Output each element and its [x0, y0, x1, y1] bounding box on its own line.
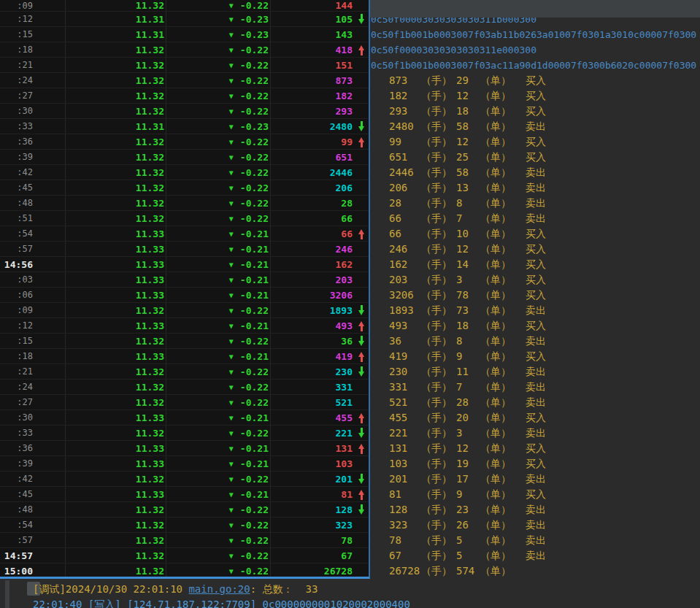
trade-side-label: 买入: [526, 456, 546, 472]
down-arrow-icon: [358, 504, 366, 515]
tape-price: 11.32: [66, 548, 166, 563]
trade-order-count: 28: [456, 395, 480, 410]
tape-row[interactable]: :2711.32▼-0.22182: [0, 88, 369, 104]
trade-order-count: 5: [456, 548, 480, 563]
tape-row[interactable]: :5411.33▼-0.2166: [0, 226, 369, 242]
tape-row[interactable]: :1811.33▼-0.21419: [0, 349, 369, 364]
tape-time: :12: [0, 12, 66, 26]
tape-row[interactable]: :5411.32▼-0.22323: [0, 517, 369, 533]
tape-volume: 1893: [271, 303, 356, 318]
tape-row[interactable]: :0911.32▼-0.221893: [0, 303, 369, 318]
tape-row[interactable]: :1511.31▼-0.23143: [0, 27, 369, 42]
tape-volume: 418: [271, 42, 356, 57]
tape-change-value: -0.22: [240, 198, 269, 209]
trade-volume: 206: [389, 180, 421, 196]
trade-order-count: 8: [456, 196, 480, 211]
tape-row[interactable]: :4511.32▼-0.22206: [0, 180, 369, 196]
unit-order-label: （单）: [480, 288, 526, 303]
trade-order-count: 9: [456, 349, 480, 364]
tape-volume: 323: [271, 517, 356, 532]
tape-change-value: -0.22: [240, 75, 269, 86]
tape-row[interactable]: :0311.33▼-0.21203: [0, 272, 369, 288]
tape-row[interactable]: :3311.32▼-0.22221: [0, 426, 369, 441]
tape-arrow-cell: [356, 211, 368, 226]
up-arrow-icon: [358, 443, 366, 454]
tape-time: :27: [0, 395, 66, 409]
tape-change-value: -0.21: [240, 320, 269, 331]
tape-row[interactable]: :5711.33▼-0.21246: [0, 242, 369, 257]
tape-row[interactable]: :1511.32▼-0.2236: [0, 334, 369, 349]
up-arrow-icon: [358, 45, 366, 55]
trade-side-label: 买入: [526, 441, 546, 456]
trade-order-count: 13: [456, 180, 480, 196]
trade-volume: 873: [389, 73, 421, 88]
trade-row: 66（手）7（单）卖出: [370, 211, 546, 226]
unit-hand-label: （手）: [421, 211, 456, 226]
tape-row[interactable]: :5711.32▼-0.2278: [0, 533, 369, 548]
tape-change-value: -0.22: [240, 91, 269, 101]
trade-side-label: 买入: [526, 288, 546, 303]
down-triangle-icon: ▼: [229, 291, 234, 299]
tape-row[interactable]: :3911.33▼-0.21103: [0, 456, 369, 472]
tape-arrow-cell: [356, 441, 368, 455]
tape-volume: 67: [271, 548, 356, 563]
tape-time: :30: [0, 104, 66, 118]
trade-volume: 230: [389, 364, 421, 380]
down-triangle-icon: ▼: [229, 46, 234, 54]
tape-row[interactable]: :3611.32▼-0.2299: [0, 134, 369, 150]
tape-change-value: -0.22: [240, 535, 269, 546]
tape-row[interactable]: :4811.32▼-0.22128: [0, 502, 369, 517]
trade-row: 455（手）20（单）买入: [370, 410, 546, 426]
tape-change: ▼-0.22: [166, 0, 271, 11]
tape-change-value: -0.22: [240, 474, 269, 485]
trade-order-count: 10: [456, 226, 480, 242]
tape-change: ▼-0.23: [166, 27, 271, 42]
tape-row[interactable]: :3611.33▼-0.21131: [0, 441, 369, 456]
tape-row[interactable]: :0611.33▼-0.213206: [0, 288, 369, 303]
tape-row[interactable]: :3311.31▼-0.232480: [0, 119, 369, 134]
tape-row[interactable]: :2411.32▼-0.22873: [0, 73, 369, 88]
tape-price: 11.33: [66, 487, 166, 501]
tape-change-value: -0.21: [240, 244, 269, 255]
tape-row[interactable]: 15:0011.32▼-0.2226728: [0, 563, 369, 579]
tape-change: ▼-0.21: [166, 487, 271, 501]
tape-change-value: -0.22: [240, 182, 269, 193]
trade-row: 651（手）25（单）买入: [370, 150, 546, 165]
tape-row[interactable]: :2711.32▼-0.22521: [0, 395, 369, 410]
tape-row[interactable]: :4211.32▼-0.222446: [0, 165, 369, 180]
tape-price: 11.33: [66, 349, 166, 363]
tape-row[interactable]: :2111.32▼-0.22151: [0, 58, 369, 73]
source-link[interactable]: main.go:20: [188, 583, 250, 595]
tape-row[interactable]: :2411.32▼-0.22331: [0, 380, 369, 395]
tape-time: :48: [0, 502, 66, 517]
tape-row[interactable]: :1211.31▼-0.23105: [0, 12, 369, 27]
tape-row[interactable]: :3911.32▼-0.22651: [0, 150, 369, 165]
tape-row[interactable]: :3011.32▼-0.22293: [0, 104, 369, 119]
unit-order-label: （单）: [480, 472, 526, 487]
tape-row[interactable]: :2111.32▼-0.22230: [0, 364, 369, 380]
tape-row[interactable]: :3011.33▼-0.21455: [0, 410, 369, 426]
tape-change-value: -0.22: [240, 305, 269, 316]
tape-volume: 203: [271, 272, 356, 287]
tape-time: :06: [0, 288, 66, 302]
tape-price: 11.33: [66, 242, 166, 256]
tape-row[interactable]: :4511.33▼-0.2181: [0, 487, 369, 502]
down-triangle-icon: ▼: [229, 414, 234, 422]
tape-row[interactable]: :1811.32▼-0.22418: [0, 42, 369, 58]
tick-table: :0911.32▼-0.22144:1211.31▼-0.23105:1511.…: [0, 0, 370, 579]
down-triangle-icon: ▼: [229, 261, 234, 269]
tape-time: :21: [0, 364, 66, 379]
down-arrow-icon: [358, 305, 366, 316]
tape-row[interactable]: 14:5711.32▼-0.2267: [0, 548, 369, 563]
tape-row[interactable]: :5111.32▼-0.2266: [0, 211, 369, 226]
tape-row[interactable]: :4211.32▼-0.22201: [0, 472, 369, 487]
tape-row[interactable]: :0911.32▼-0.22144: [0, 0, 369, 12]
tape-row[interactable]: 14:5611.33▼-0.21162: [0, 257, 369, 272]
trade-volume: 182: [389, 88, 421, 104]
tape-time: :33: [0, 119, 66, 134]
unit-hand-label: （手）: [421, 104, 456, 119]
tape-change-value: -0.22: [240, 106, 269, 117]
tape-row[interactable]: :4811.32▼-0.2228: [0, 196, 369, 211]
tape-row[interactable]: :1211.33▼-0.21493: [0, 318, 369, 334]
tape-change-value: -0.21: [240, 489, 269, 500]
